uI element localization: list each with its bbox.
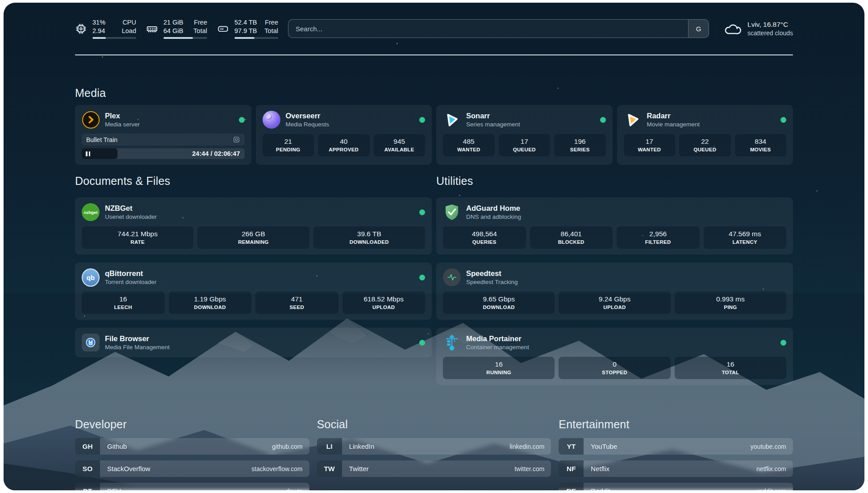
- service-name: Overseerr: [286, 112, 330, 120]
- service-name: Plex: [105, 112, 140, 120]
- card-adguard[interactable]: AdGuard Home DNS and adblocking 498,564Q…: [436, 197, 793, 255]
- media-card-grid: Plex Media server Bullet Train 24:44 / 0: [75, 105, 793, 165]
- bookmark-name: DEV: [107, 487, 121, 490]
- service-description: Movie management: [647, 121, 700, 128]
- search-bar: G: [288, 19, 709, 38]
- bookmark-stackoverflow[interactable]: SO StackOverflow stackoverflow.com: [75, 460, 309, 477]
- bookmark-netflix[interactable]: NF Netflix netflix.com: [559, 460, 793, 477]
- card-portainer[interactable]: Media Portainer Container management 16R…: [436, 328, 793, 385]
- disk-widget: 52.4 TB 97.9 TB Free Total: [217, 18, 278, 39]
- status-dot: [419, 117, 425, 123]
- stat-block: 744.21 MbpsRATE: [82, 226, 193, 249]
- bookmark-github[interactable]: GH Github github.com: [75, 438, 309, 455]
- portainer-icon: [443, 334, 461, 351]
- section-title-developer: Developer: [75, 418, 309, 431]
- resource-widgets: 31% 2.94 CPU Load: [75, 18, 278, 39]
- bookmark-url: reddit.com: [757, 488, 786, 491]
- memory-labels: Free Total: [193, 18, 207, 35]
- bookmark-abbr: NF: [559, 460, 584, 477]
- bookmark-twitter[interactable]: TW Twitter twitter.com: [317, 460, 551, 477]
- card-sonarr[interactable]: Sonarr Series management 485WANTED 17QUE…: [436, 105, 613, 165]
- bookmark-name: Reddit: [591, 487, 610, 490]
- bookmark-name: Netflix: [591, 465, 609, 472]
- cpu-progress-bar: [92, 37, 136, 39]
- stat-block: 39.6 TBDOWNLOADED: [313, 226, 425, 249]
- bookmark-dev[interactable]: DT DEV dev.to: [75, 483, 309, 490]
- search-input[interactable]: [288, 20, 688, 38]
- section-title-social: Social: [317, 418, 551, 431]
- status-dot: [780, 340, 786, 346]
- stat-block: 86,401BLOCKED: [530, 226, 613, 249]
- bookmark-url: github.com: [272, 443, 302, 450]
- cpu-icon: [75, 23, 87, 35]
- stat-block: 17QUEUED: [499, 134, 551, 156]
- service-description: Media File Management: [105, 344, 170, 351]
- disk-labels: Free Total: [264, 18, 278, 35]
- stat-block: 40APPROVED: [318, 134, 370, 156]
- memory-icon: [146, 23, 158, 35]
- bookmark-youtube[interactable]: YT YouTube youtube.com: [559, 438, 793, 455]
- qbittorrent-icon: qb: [82, 268, 100, 286]
- bookmark-abbr: LI: [317, 438, 342, 455]
- bookmark-reddit[interactable]: RE Reddit reddit.com: [559, 483, 793, 490]
- stat-block: 266 GBREMAINING: [197, 226, 309, 249]
- bookmark-url: stackoverflow.com: [251, 465, 302, 472]
- card-qbittorrent[interactable]: qb qBittorrent Torrent downloader 16LEEC…: [75, 263, 432, 320]
- card-nzbget[interactable]: nzbget NZBGet Usenet downloader 744.21 M…: [75, 197, 432, 255]
- service-description: Media server: [105, 121, 140, 128]
- developer-bookmarks: Developer GH Github github.com SO StackO…: [75, 418, 309, 490]
- stat-block: 471SEED: [255, 292, 338, 314]
- disk-values: 52.4 TB 97.9 TB: [234, 18, 257, 35]
- utilities-column: Utilities AdGuard Home: [436, 175, 793, 393]
- now-playing-title: Bullet Train: [86, 136, 117, 143]
- card-radarr[interactable]: Radarr Movie management 17WANTED 22QUEUE…: [617, 105, 793, 165]
- bookmark-name: LinkedIn: [349, 443, 375, 450]
- bookmark-name: Github: [107, 443, 127, 450]
- status-dot: [600, 117, 606, 123]
- service-description: Speedtest Tracking: [466, 279, 518, 285]
- status-dot: [419, 209, 425, 215]
- cpu-values: 31% 2.94: [92, 18, 105, 35]
- bookmark-url: netflix.com: [756, 465, 786, 472]
- stat-block: 16LEECH: [82, 292, 165, 314]
- section-title-media: Media: [75, 87, 793, 100]
- service-description: Container management: [466, 344, 529, 351]
- stat-block: 485WANTED: [443, 134, 495, 156]
- card-overseerr[interactable]: Overseerr Media Requests 21PENDING 40APP…: [256, 105, 432, 165]
- service-name: Speedtest: [466, 269, 518, 278]
- stat-block: 0STOPPED: [559, 357, 670, 379]
- stat-block: 47.569 msLATENCY: [704, 226, 787, 249]
- header-separator: [75, 54, 793, 55]
- sonarr-icon: [443, 111, 461, 129]
- service-name: Media Portainer: [466, 334, 529, 343]
- memory-progress-bar: [163, 37, 207, 39]
- bookmark-linkedin[interactable]: LI LinkedIn linkedin.com: [317, 438, 551, 455]
- overseerr-icon: [263, 111, 280, 129]
- service-name: Radarr: [647, 112, 700, 120]
- stat-block: 1.19 GbpsDOWNLOAD: [169, 292, 252, 314]
- bookmark-abbr: YT: [559, 438, 584, 455]
- stat-block: 21PENDING: [263, 134, 314, 156]
- documents-column: Documents & Files nzbget NZBGet Usenet d…: [75, 175, 432, 365]
- service-description: Usenet downloader: [105, 213, 157, 220]
- card-speedtest[interactable]: Speedtest Speedtest Tracking 9.65 GbpsDO…: [436, 263, 793, 320]
- service-name: qBittorrent: [105, 269, 157, 278]
- bookmark-abbr: DT: [75, 483, 100, 490]
- section-title-documents: Documents & Files: [75, 175, 432, 188]
- card-filebrowser[interactable]: File Browser Media File Management: [75, 328, 432, 357]
- plex-icon: [82, 111, 100, 129]
- service-description: Media Requests: [286, 121, 330, 128]
- bookmark-abbr: SO: [75, 460, 100, 477]
- pause-icon: [86, 151, 90, 156]
- stat-block: 834MOVIES: [735, 134, 787, 156]
- search-provider-button[interactable]: G: [688, 20, 709, 38]
- service-description: Torrent downloader: [105, 279, 157, 285]
- status-dot: [780, 117, 786, 123]
- stat-block: 2,956FILTERED: [617, 226, 700, 249]
- weather-location-temp: Lviv, 16.87°C: [747, 20, 793, 29]
- social-bookmarks: Social LI LinkedIn linkedin.com TW Twitt…: [317, 418, 551, 483]
- stat-block: 22QUEUED: [679, 134, 731, 156]
- disk-progress-bar: [234, 37, 278, 39]
- stat-block: 0.993 msPING: [675, 292, 786, 314]
- card-plex[interactable]: Plex Media server Bullet Train 24:44 / 0: [75, 105, 251, 165]
